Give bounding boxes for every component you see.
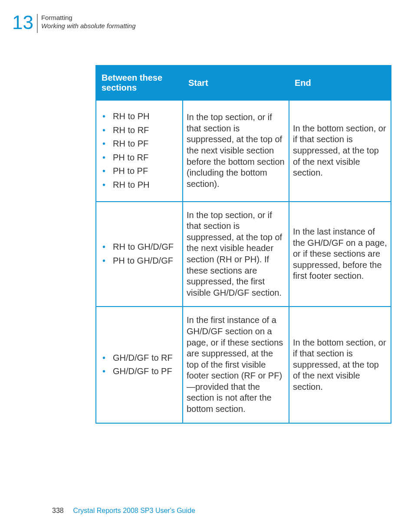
cell-end: In the last instance of the GH/D/GF on a… — [289, 202, 391, 307]
list-item: RH to GH/D/GF — [100, 242, 179, 253]
formatting-table: Between these sections Start End RH to P… — [95, 65, 391, 424]
cell-between: RH to PH RH to RF RH to PF PH to RF PH t… — [96, 100, 183, 202]
chapter-number: 13 — [12, 13, 33, 32]
list-item: GH/D/GF to RF — [100, 352, 179, 364]
bullet-list: GH/D/GF to RF GH/D/GF to PF — [100, 352, 179, 377]
page-body: Between these sections Start End RH to P… — [95, 65, 391, 424]
col-header-between: Between these sections — [96, 65, 183, 100]
list-item: RH to PF — [100, 138, 179, 150]
cell-start: In the first instance of a GH/D/GF secti… — [183, 307, 289, 423]
chapter-subtitle: Working with absolute formatting — [41, 22, 136, 30]
chapter-title: Formatting — [41, 14, 136, 22]
list-item: RH to PH — [100, 180, 179, 191]
table-header-row: Between these sections Start End — [96, 65, 391, 100]
page-footer: 338 Crystal Reports 2008 SP3 User's Guid… — [52, 507, 195, 515]
list-item: RH to RF — [100, 125, 179, 136]
cell-start: In the top section, or if that section i… — [183, 202, 289, 307]
table-row: RH to PH RH to RF RH to PF PH to RF PH t… — [96, 100, 391, 202]
list-item: PH to PF — [100, 166, 179, 177]
list-item: PH to GH/D/GF — [100, 255, 179, 267]
doc-title: Crystal Reports 2008 SP3 User's Guide — [73, 507, 195, 514]
cell-start: In the top section, or if that section i… — [183, 100, 289, 202]
page-number: 338 — [52, 507, 71, 515]
list-item: GH/D/GF to PF — [100, 366, 179, 377]
cell-between: GH/D/GF to RF GH/D/GF to PF — [96, 307, 183, 423]
header-divider — [37, 14, 38, 33]
col-header-start: Start — [183, 65, 289, 100]
cell-end: In the bottom section, or if that sectio… — [289, 100, 391, 202]
col-header-end: End — [289, 65, 391, 100]
header-text-block: Formatting Working with absolute formatt… — [41, 13, 136, 30]
list-item: PH to RF — [100, 152, 179, 163]
bullet-list: RH to GH/D/GF PH to GH/D/GF — [100, 242, 179, 266]
table-row: RH to GH/D/GF PH to GH/D/GF In the top s… — [96, 202, 391, 307]
cell-between: RH to GH/D/GF PH to GH/D/GF — [96, 202, 183, 307]
table-row: GH/D/GF to RF GH/D/GF to PF In the first… — [96, 307, 391, 423]
cell-end: In the bottom section, or if that sectio… — [289, 307, 391, 423]
page-header: 13 Formatting Working with absolute form… — [12, 13, 136, 33]
list-item: RH to PH — [100, 111, 179, 122]
bullet-list: RH to PH RH to RF RH to PF PH to RF PH t… — [100, 111, 179, 191]
